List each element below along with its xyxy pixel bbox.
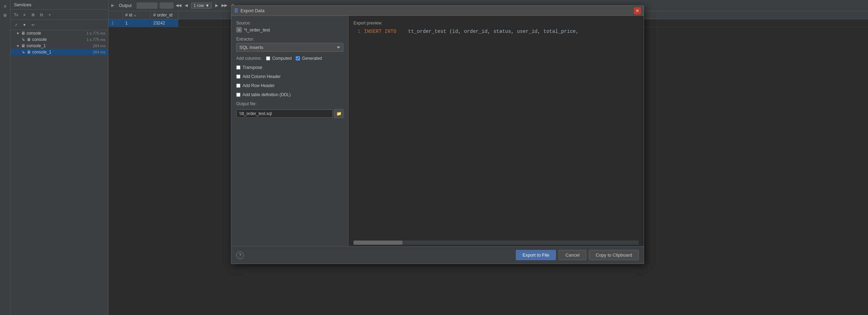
col-orderid-label: order_id: [157, 13, 173, 17]
nav-next[interactable]: ▶: [214, 3, 219, 8]
toolbar-tx[interactable]: Tx: [13, 11, 20, 18]
services-panel: Services Tx ≡ ⊞ ⊟ + ✓ ▼ ↩ ▼ 🖥 console 1 …: [10, 0, 108, 315]
output-file-label: Output file:: [236, 101, 343, 106]
grid-col-orderid[interactable]: # order_id: [150, 11, 178, 19]
tree-item-console[interactable]: ▼ 🖥 console 1 s 775 ms: [10, 30, 108, 36]
toolbar-back[interactable]: ↩: [29, 21, 36, 28]
add-ddl-row[interactable]: Add table definition (DDL): [236, 92, 343, 97]
dialog-close-button[interactable]: ✕: [634, 7, 641, 14]
add-column-header-label: Add Column Header: [243, 74, 281, 79]
nav-last[interactable]: ▶▶: [222, 3, 227, 8]
sql-keyword-insert: INSERT INTO: [364, 29, 396, 34]
add-row-header-checkbox[interactable]: [236, 84, 240, 88]
preview-scrollbar[interactable]: [354, 241, 639, 245]
tree-expand-icon: ▼: [16, 31, 20, 35]
add-ddl-checkbox[interactable]: [236, 93, 240, 97]
copy-clipboard-button[interactable]: Copy to Clipboard: [589, 250, 639, 260]
tree-item-child-label: console: [32, 37, 47, 42]
toolbar-list[interactable]: ≡: [21, 11, 28, 18]
output-tab-label: Output: [119, 3, 132, 8]
col-id-icon: #: [125, 13, 128, 17]
nav-first[interactable]: ◀◀: [176, 3, 181, 8]
preview-panel: Export preview: 1 INSERT INTO tt_order_t…: [349, 16, 644, 246]
output-tab[interactable]: Output: [116, 2, 134, 9]
transpose-checkbox[interactable]: [236, 65, 240, 70]
tree-item-sel-icon2: 🖥: [27, 50, 31, 55]
dialog-footer: ? Export to File Cancel Copy to Clipboar…: [231, 246, 644, 264]
toolbar-check[interactable]: ✓: [13, 21, 20, 28]
tree-item-console-child[interactable]: ↳ 🖥 console 1 s 775 ms: [10, 36, 108, 43]
tree-item2-label: console_1: [27, 43, 46, 48]
help-label: ?: [239, 253, 241, 258]
line-1: 1: [354, 28, 360, 35]
tree-item-label: console: [27, 31, 41, 36]
toolbar-filter[interactable]: ⊞: [29, 11, 36, 18]
row-selector[interactable]: 1 row ▼: [191, 2, 212, 9]
tree-item-console1[interactable]: ▼ 🖥 console_1 284 ms: [10, 43, 108, 49]
source-value: ⊞ *t_order_test: [236, 27, 343, 33]
add-columns-section: Add columns: Computed Generated: [236, 56, 343, 61]
left-sidebar: ≡ ⚙: [0, 0, 10, 315]
footer-right: Export to File Cancel Copy to Clipboard: [516, 250, 639, 260]
add-column-header-row[interactable]: Add Column Header: [236, 74, 343, 79]
cell-id: 1: [122, 19, 150, 27]
col-id-label: id: [129, 13, 132, 17]
sql-space-placeholder: [399, 29, 405, 34]
config-panel: Source: ⊞ *t_order_test Extractor: SQL I…: [231, 16, 349, 246]
tree-item-time: 1 s 775 ms: [86, 31, 105, 35]
toolbar-grid[interactable]: ⊟: [38, 11, 45, 18]
code-content: INSERT INTO tt_order_test (id, order_id,…: [364, 28, 639, 239]
cancel-button[interactable]: Cancel: [559, 250, 586, 260]
tree-item-sel-label: console_1: [32, 50, 51, 55]
generated-checkbox[interactable]: [296, 56, 300, 60]
help-button[interactable]: ?: [236, 251, 244, 259]
col-id-sort: ⬦: [134, 13, 136, 17]
sidebar-icon-1[interactable]: ≡: [2, 3, 9, 10]
extractor-label: Extractor:: [236, 37, 343, 42]
source-table-name: *t_order_test: [244, 27, 270, 33]
output-icon: ▶: [111, 3, 114, 8]
tree-item-sel-time: 284 ms: [93, 50, 105, 54]
tree-item-console1-selected[interactable]: ↳ 🖥 console_1 284 ms: [10, 49, 108, 55]
services-secondary-toolbar: ✓ ▼ ↩: [10, 20, 108, 30]
grid-col-id[interactable]: # id ⬦: [122, 11, 150, 19]
dialog-body: Source: ⊞ *t_order_test Extractor: SQL I…: [231, 16, 644, 246]
browse-button[interactable]: 📁: [334, 109, 343, 118]
toolbar-expand[interactable]: ▼: [21, 21, 28, 28]
dialog-titlebar: 🗄 Export Data ✕: [231, 6, 644, 16]
preview-content: 1 INSERT INTO tt_order_test (id, order_i…: [349, 28, 644, 239]
tree-item2-icon: 🖥: [21, 43, 25, 48]
export-dialog: 🗄 Export Data ✕ Source: ⊞ *t_order_test …: [231, 5, 644, 264]
export-file-button[interactable]: Export to File: [516, 250, 556, 260]
source-section: Source: ⊞ *t_order_test: [236, 21, 343, 33]
code-line-1: INSERT INTO tt_order_test (id, order_id,…: [364, 28, 639, 35]
col-orderid-icon: #: [153, 13, 156, 17]
row-dropdown-icon: ▼: [205, 3, 209, 8]
cell-rownum: 1: [108, 19, 122, 27]
cell-orderid: 23242: [150, 19, 178, 27]
generated-checkbox-row[interactable]: Generated: [296, 56, 322, 61]
add-columns-label: Add columns:: [236, 56, 262, 61]
extractor-section: Extractor: SQL Inserts CSV TSV JSON XML: [236, 37, 343, 52]
sidebar-icon-2[interactable]: ⚙: [2, 12, 9, 19]
grid-rownum-header: [108, 11, 122, 19]
computed-label: Computed: [272, 56, 292, 61]
toolbar-add[interactable]: +: [46, 11, 53, 18]
computed-checkbox-row[interactable]: Computed: [266, 56, 292, 61]
add-ddl-label: Add table definition (DDL): [243, 92, 290, 97]
transpose-checkbox-row[interactable]: Transpose: [236, 65, 343, 70]
tree-item-icon: 🖥: [21, 31, 25, 36]
add-column-header-checkbox[interactable]: [236, 74, 240, 79]
scrollbar-thumb: [354, 241, 402, 245]
extractor-select[interactable]: SQL Inserts CSV TSV JSON XML: [236, 43, 343, 52]
nav-prev[interactable]: ◀: [183, 3, 189, 8]
output-file-section: Output file: 📁: [236, 101, 343, 118]
computed-checkbox[interactable]: [266, 56, 270, 60]
add-row-header-row[interactable]: Add Row Header: [236, 83, 343, 88]
preview-label: Export preview:: [349, 16, 644, 28]
line-numbers: 1: [354, 28, 364, 239]
sql-table-name: tt_order_test: [408, 29, 446, 34]
services-title: Services: [14, 2, 31, 7]
output-file-input[interactable]: [236, 109, 333, 118]
output-file-input-wrap: 📁: [236, 109, 343, 118]
